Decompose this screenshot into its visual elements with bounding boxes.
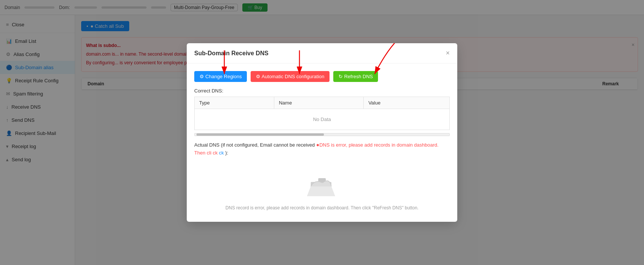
scroll-thumb[interactable] [197, 133, 324, 136]
table-no-data-row: No Data [195, 109, 450, 130]
change-regions-button[interactable]: ⚙ Change Regions [194, 71, 247, 82]
error-dot-icon: ● [316, 142, 319, 148]
click-link[interactable]: ck [218, 150, 225, 156]
no-data-cell: No Data [195, 109, 450, 130]
refresh-dns-button[interactable]: ↻ Refresh DNS [333, 71, 378, 82]
dns-col-name: Name [274, 97, 364, 109]
auto-dns-button[interactable]: ⚙ Automatic DNS configuration [251, 71, 330, 82]
modal-body: ⚙ Change Regions ⚙ Automatic DNS configu… [187, 64, 457, 222]
dns-col-type: Type [195, 97, 274, 109]
action-buttons-row: ⚙ Change Regions ⚙ Automatic DNS configu… [194, 71, 450, 82]
actual-dns-section: Actual DNS (if not configured, Email can… [194, 141, 450, 157]
actual-dns-label: Actual DNS (if not configured, Email can… [194, 142, 315, 148]
svg-marker-6 [307, 186, 335, 196]
modal-header: Sub-Domain Receive DNS × [187, 43, 457, 64]
dns-suffix: ): [225, 150, 228, 156]
modal-close-button[interactable]: × [446, 49, 450, 57]
dns-col-value: Value [364, 97, 450, 109]
button-section: ⚙ Change Regions ⚙ Automatic DNS configu… [194, 71, 450, 82]
modal-title: Sub-Domain Receive DNS [194, 50, 268, 57]
empty-state-text: DNS record is error, please add records … [225, 205, 419, 210]
dns-table: Type Name Value No Data [194, 97, 450, 130]
horizontal-scrollbar[interactable] [194, 133, 450, 136]
modal-overlay[interactable]: Sub-Domain Receive DNS × [0, 0, 644, 265]
empty-state: DNS record is error, please add records … [194, 163, 450, 214]
dns-modal: Sub-Domain Receive DNS × [187, 43, 457, 222]
correct-dns-label: Correct DNS: [194, 88, 450, 94]
empty-illustration [307, 171, 337, 201]
